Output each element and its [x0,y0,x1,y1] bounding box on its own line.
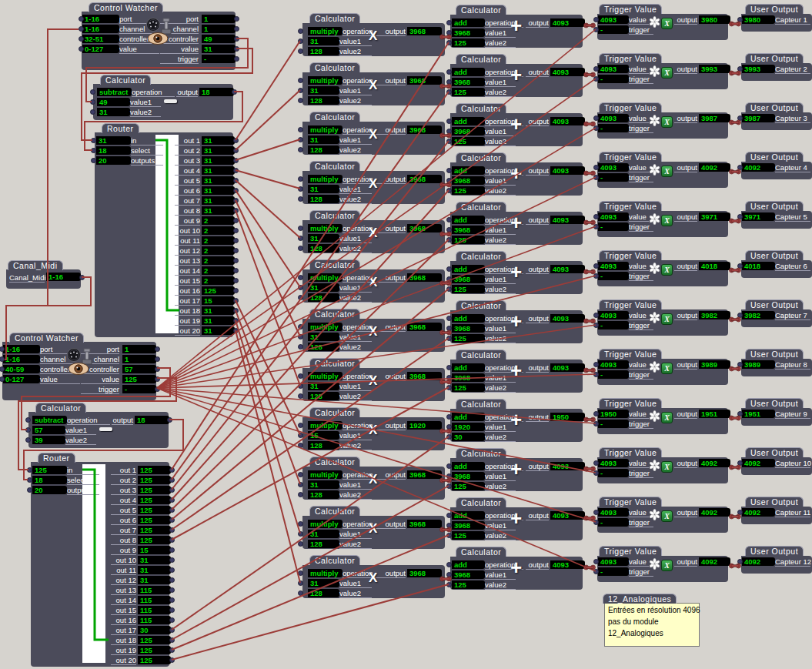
port-dot[interactable] [25,417,31,423]
port-dot[interactable] [298,472,303,477]
multiply-calculator-9-value2[interactable]: 128 [308,441,339,450]
port-dot[interactable] [298,383,303,389]
user-output-10-value[interactable]: 4092 [742,459,775,467]
multiply-calculator-4-operation[interactable]: multiply [308,175,343,183]
add-calculator-12-operation[interactable]: add [452,560,485,569]
multiply-calculator-6-output[interactable]: 3968 [407,273,442,282]
multiply-calculator-1-title[interactable]: Calculator [309,13,360,23]
add-calculator-10-title[interactable]: Calculator [456,448,506,458]
trigger-value-10-output[interactable]: 4092 [699,459,730,467]
add-calculator-2-operation[interactable]: add [452,68,485,76]
port-dot[interactable] [155,376,160,382]
add-calculator-11-operation[interactable]: add [452,511,485,520]
multiply-calculator-5-value2[interactable]: 128 [308,244,339,253]
user-output-4-title[interactable]: User Output [745,152,804,162]
add-calculator-7-output[interactable]: 4093 [550,314,585,323]
router-1-outputs[interactable]: 20 [96,156,131,165]
trigger-value-2-value[interactable]: 4093 [598,65,629,73]
control-watcher-1-in-value[interactable]: 0-127 [82,45,119,53]
router-2-out-value[interactable]: 125 [138,646,171,654]
trigger-value-3-title[interactable]: Trigger Value [599,102,662,112]
trigger-value-8-value[interactable]: 4093 [598,360,629,369]
port-dot[interactable] [90,99,95,105]
multiply-calculator-5-operation[interactable]: multiply [308,224,343,232]
router-1-out-value[interactable]: 2 [202,236,235,245]
port-dot[interactable] [234,36,239,42]
port-dot[interactable] [155,386,160,392]
port-dot[interactable] [79,16,84,22]
trigger-value-3-trigger[interactable]: - [598,124,629,132]
trigger-value-5-trigger[interactable]: - [598,222,629,231]
router-1-select[interactable]: 18 [96,146,131,155]
port-dot[interactable] [0,356,5,362]
router-1-out-value[interactable]: 15 [202,296,235,305]
port-dot[interactable] [233,208,239,213]
user-output-8-value[interactable]: 3989 [742,360,775,369]
subtract-calculator-2-operation[interactable]: subtract [32,416,67,424]
port-dot[interactable] [446,266,452,272]
add-calculator-1-output[interactable]: 4093 [550,18,585,27]
trigger-value-1-trigger[interactable]: - [598,25,629,34]
add-calculator-3-output[interactable]: 4093 [550,117,585,125]
user-output-1-value[interactable]: 3980 [742,15,775,24]
subtract-calculator-1-operation[interactable]: subtract [97,88,132,96]
router-1-out-value[interactable]: 125 [202,286,235,295]
port-dot[interactable] [79,275,85,280]
router-2-out-value[interactable]: 125 [138,526,171,534]
router-2-in[interactable]: 125 [32,466,67,474]
add-calculator-8-value2[interactable]: 125 [452,383,485,392]
trigger-value-5-value[interactable]: 4093 [598,212,629,221]
trigger-value-10-title[interactable]: Trigger Value [599,447,662,457]
add-calculator-1-title[interactable]: Calculator [456,5,506,15]
port-dot[interactable] [233,158,239,163]
control-watcher-2-in-controller[interactable]: 40-59 [3,365,40,373]
router-2-title[interactable]: Router [38,453,75,463]
port-dot[interactable] [298,334,303,340]
port-dot[interactable] [169,487,175,493]
port-dot[interactable] [155,366,160,372]
multiply-calculator-4-value1[interactable]: 31 [308,185,339,193]
port-dot[interactable] [298,236,303,241]
trigger-value-7-output[interactable]: 3982 [699,311,730,319]
router-1-out-value[interactable]: 31 [202,316,235,325]
router-1-out-value[interactable]: 31 [202,306,235,315]
control-watcher-2-in-value[interactable]: 0-127 [3,375,40,383]
port-dot[interactable] [446,414,452,420]
control-watcher-1-out-channel[interactable]: 1 [202,25,236,33]
multiply-calculator-4-title[interactable]: Calculator [309,161,360,171]
multiply-calculator-7-title[interactable]: Calculator [309,309,360,319]
canal-midi-value[interactable]: 1-16 [46,273,81,281]
user-output-4-value[interactable]: 4092 [742,163,775,172]
subtract-calculator-1-value2[interactable]: 31 [97,108,130,116]
trigger-value-3-output[interactable]: 3987 [699,114,730,122]
subtract-calculator-1-value1[interactable]: 49 [97,98,130,106]
port-dot[interactable] [298,580,303,586]
control-watcher-2-in-channel[interactable]: 1-16 [3,355,40,363]
add-calculator-10-output[interactable]: 4093 [550,462,585,470]
router-1-out-value[interactable]: 2 [202,276,235,285]
trigger-value-9-output[interactable]: 1951 [699,410,730,418]
port-dot[interactable] [298,570,303,576]
multiply-calculator-2-value1[interactable]: 31 [308,86,339,95]
add-calculator-7-title[interactable]: Calculator [456,300,506,310]
trigger-value-2-output[interactable]: 3993 [699,65,730,73]
port-dot[interactable] [169,527,175,533]
port-dot[interactable] [298,531,303,537]
router-1-out-value[interactable]: 31 [202,206,235,215]
port-dot[interactable] [234,46,239,52]
user-output-1-title[interactable]: User Output [745,4,804,14]
port-dot[interactable] [233,218,239,223]
router-1-title[interactable]: Router [102,123,139,133]
port-dot[interactable] [233,268,239,273]
port-dot[interactable] [155,346,160,352]
trigger-value-7-title[interactable]: Trigger Value [599,299,662,309]
multiply-calculator-12-operation[interactable]: multiply [308,569,343,577]
multiply-calculator-11-title[interactable]: Calculator [309,506,360,516]
port-dot[interactable] [169,497,175,503]
port-dot[interactable] [233,228,239,233]
multiply-calculator-1-output[interactable]: 3968 [407,27,442,35]
add-calculator-4-value2[interactable]: 125 [452,186,485,195]
port-dot[interactable] [169,627,175,633]
trigger-value-11-trigger[interactable]: - [598,518,629,527]
trigger-value-5-title[interactable]: Trigger Value [599,201,662,211]
